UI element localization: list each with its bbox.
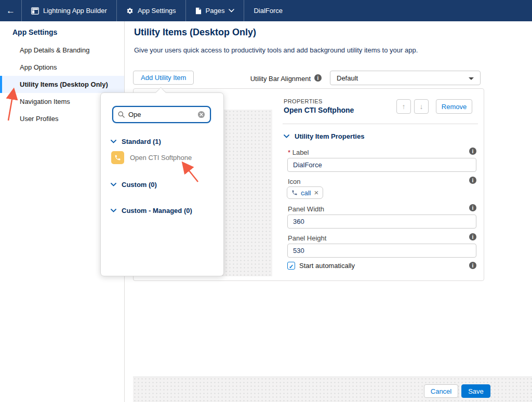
- tab-label: App Settings: [138, 7, 176, 15]
- lightning-app-builder-page: Lightning App Builder App Settings Pages…: [0, 0, 532, 402]
- footer-action-bar: Cancel Save: [133, 377, 532, 402]
- clear-search-icon[interactable]: [197, 111, 205, 118]
- tab-lightning-app-builder[interactable]: Lightning App Builder: [22, 0, 117, 21]
- page-subtitle: Give your users quick access to producti…: [134, 46, 418, 54]
- sidebar-item-app-details-branding[interactable]: App Details & Branding: [0, 42, 124, 59]
- properties-eyebrow: PROPERTIES: [284, 98, 323, 104]
- section-label: Custom (0): [122, 181, 157, 189]
- app-builder-icon: [31, 7, 39, 15]
- section-standard-toggle[interactable]: Standard (1): [111, 138, 161, 145]
- move-down-button[interactable]: [414, 99, 429, 114]
- back-arrow-icon: [6, 6, 15, 16]
- softphone-tile: [111, 151, 124, 164]
- tab-dialforce[interactable]: DialForce: [244, 0, 292, 21]
- label-field-input[interactable]: [287, 158, 476, 172]
- tab-label: Pages: [206, 7, 225, 15]
- utility-bar-alignment-info-icon[interactable]: [314, 74, 322, 82]
- tab-app-settings[interactable]: App Settings: [117, 0, 186, 21]
- section-custom-managed-toggle[interactable]: Custom - Managed (0): [111, 207, 192, 215]
- add-utility-item-button[interactable]: Add Utility Item: [133, 71, 194, 85]
- page-title: Utility Items (Desktop Only): [134, 27, 256, 38]
- tab-label: Lightning App Builder: [43, 7, 107, 15]
- utility-search-input[interactable]: [128, 111, 194, 118]
- sidebar-item-utility-items[interactable]: Utility Items (Desktop Only): [0, 76, 124, 93]
- utility-option-open-cti-softphone[interactable]: Open CTI Softphone: [111, 151, 192, 164]
- top-bar: Lightning App Builder App Settings Pages…: [0, 0, 532, 21]
- chip-remove-icon[interactable]: [314, 189, 319, 197]
- phone-icon: [114, 154, 121, 161]
- sidebar-item-app-options[interactable]: App Options: [0, 59, 124, 76]
- label-info-icon[interactable]: [469, 148, 476, 155]
- add-utility-item-popover: Standard (1) Open CTI Softphone Custom (…: [100, 92, 224, 276]
- arrow-up-icon: [402, 102, 406, 111]
- back-button[interactable]: [0, 0, 22, 21]
- section-label: Utility Item Properties: [295, 132, 364, 140]
- checkmark-icon: [289, 261, 294, 271]
- start-automatically-checkbox[interactable]: [287, 262, 295, 270]
- button-label: Remove: [442, 103, 467, 111]
- button-label: Save: [468, 387, 484, 395]
- cancel-button[interactable]: Cancel: [424, 384, 458, 398]
- start-automatically-info-icon[interactable]: [469, 262, 476, 269]
- panel-height-label: Panel Height: [288, 234, 326, 242]
- chevron-down-icon: [111, 140, 116, 143]
- utility-bar-alignment-label: Utility Bar Alignment: [218, 75, 311, 83]
- gear-icon: [126, 7, 134, 15]
- icon-field-label: Icon: [288, 178, 301, 185]
- chevron-down-icon: [229, 9, 234, 12]
- sidebar-title: App Settings: [12, 28, 124, 36]
- sidebar-item-label: Navigation Items: [20, 98, 70, 105]
- icon-chip[interactable]: call: [287, 186, 323, 199]
- start-automatically-row: Start automatically: [287, 262, 355, 270]
- chevron-down-icon: [284, 135, 289, 138]
- start-automatically-label: Start automatically: [299, 262, 355, 270]
- icon-info-icon[interactable]: [469, 177, 476, 184]
- phone-icon: [291, 190, 298, 196]
- label-field-label: Label: [288, 149, 309, 156]
- select-value: Default: [337, 74, 358, 82]
- panel-height-input[interactable]: [287, 244, 476, 258]
- chip-label: call: [301, 189, 311, 197]
- utility-bar-alignment-select[interactable]: Default: [330, 71, 481, 85]
- panel-height-info-icon[interactable]: [469, 233, 476, 240]
- sidebar-item-label: User Profiles: [20, 115, 58, 123]
- search-icon: [118, 111, 125, 118]
- save-button[interactable]: Save: [461, 384, 490, 398]
- page-icon: [195, 7, 202, 15]
- section-custom-toggle[interactable]: Custom (0): [111, 181, 157, 189]
- properties-item-title: Open CTI Softphone: [284, 106, 354, 114]
- tab-label: DialForce: [254, 7, 283, 15]
- panel-width-input[interactable]: [287, 215, 476, 229]
- sidebar-item-label: Utility Items (Desktop Only): [20, 81, 108, 88]
- divider: [283, 124, 478, 124]
- button-label: Add Utility Item: [141, 74, 186, 82]
- section-label: Standard (1): [122, 138, 161, 145]
- move-up-button[interactable]: [396, 99, 411, 114]
- section-label: Custom - Managed (0): [122, 207, 192, 215]
- chevron-down-icon: [111, 209, 116, 212]
- caret-down-icon: [469, 77, 474, 80]
- utility-search-box: [112, 106, 211, 123]
- tab-pages[interactable]: Pages: [186, 0, 245, 21]
- sidebar-item-label: App Options: [20, 63, 57, 71]
- remove-button[interactable]: Remove: [436, 99, 472, 114]
- utility-item-properties-section-toggle[interactable]: Utility Item Properties: [284, 132, 364, 140]
- chevron-down-icon: [111, 183, 116, 186]
- panel-width-info-icon[interactable]: [469, 204, 476, 211]
- sidebar-item-label: App Details & Branding: [20, 46, 89, 54]
- arrow-down-icon: [420, 102, 423, 111]
- utility-option-label: Open CTI Softphone: [130, 154, 192, 162]
- panel-width-label: Panel Width: [288, 205, 324, 213]
- button-label: Cancel: [431, 387, 451, 395]
